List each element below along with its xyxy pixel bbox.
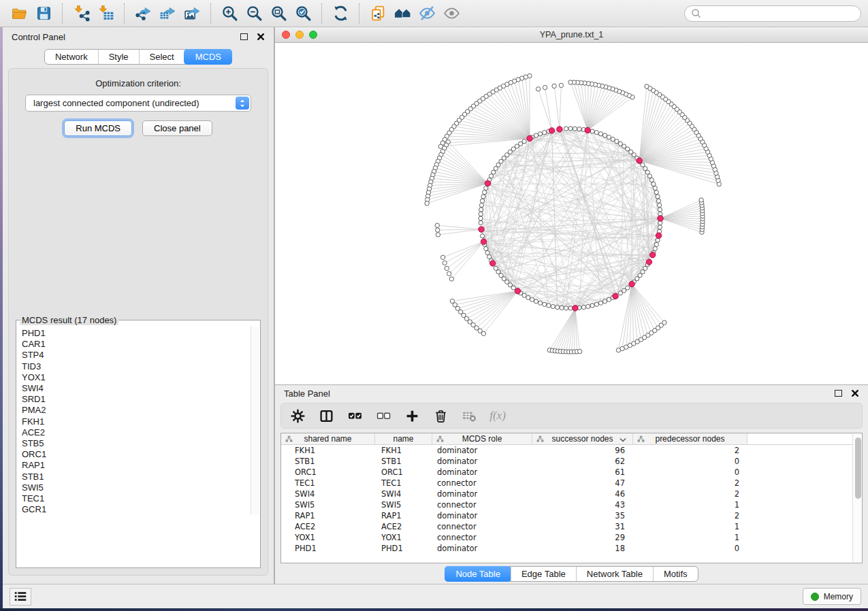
run-mcds-button[interactable]: Run MCDS <box>64 120 132 136</box>
mcds-result-item[interactable]: TID3 <box>22 361 250 372</box>
table-row[interactable]: ACE2ACE2connector311 <box>281 521 862 532</box>
export-table-icon <box>159 5 176 22</box>
tab-style[interactable]: Style <box>98 50 139 64</box>
zoom-fit-button[interactable] <box>266 3 291 24</box>
hide-selected-button[interactable] <box>415 3 439 24</box>
column-header-MCDS-role[interactable]: MCDS role <box>432 433 532 444</box>
tab-mcds[interactable]: MCDS <box>184 49 232 65</box>
zoom-out-button[interactable] <box>242 3 266 24</box>
deselect-all-button[interactable] <box>375 408 391 423</box>
export-image-button[interactable] <box>180 3 204 24</box>
show-all-button[interactable] <box>439 3 464 24</box>
table-cell: SWI5 <box>281 500 375 510</box>
table-scrollbar-thumb[interactable] <box>855 437 861 499</box>
deselect-all-icon <box>376 409 391 423</box>
export-network-button[interactable] <box>131 3 155 24</box>
mcds-result-item[interactable]: ORC1 <box>22 449 250 460</box>
table-row[interactable]: PHD1PHD1dominator180 <box>281 543 862 554</box>
close-table-panel-icon[interactable] <box>851 389 859 397</box>
table-row[interactable]: STB1STB1dominator620 <box>281 456 862 467</box>
zoom-selected-icon <box>295 5 312 22</box>
status-bar: Memory <box>3 584 868 608</box>
first-neighbors-button[interactable] <box>390 3 415 24</box>
table-tab-node-table[interactable]: Node Table <box>445 566 511 582</box>
search-input[interactable] <box>705 9 854 18</box>
zoom-in-button[interactable] <box>217 3 242 24</box>
table-row[interactable]: SWI5SWI5connector431 <box>281 499 862 510</box>
table-row[interactable]: ORC1ORC1dominator610 <box>281 467 862 478</box>
mcds-result-item[interactable]: ACE2 <box>22 427 250 438</box>
split-view-button[interactable] <box>318 408 334 423</box>
show-panels-button[interactable] <box>10 588 31 606</box>
float-table-panel-icon[interactable] <box>835 390 842 397</box>
mcds-list-scrollbar[interactable] <box>251 327 259 514</box>
refresh-network-button[interactable] <box>328 3 353 24</box>
mcds-result-item[interactable]: CAR1 <box>22 339 250 350</box>
column-header-predecessor-nodes[interactable]: predecessor nodes <box>633 433 748 444</box>
table-tab-motifs[interactable]: Motifs <box>653 567 698 581</box>
mcds-result-item[interactable]: STB1 <box>22 472 250 482</box>
mcds-result-item[interactable]: SWI5 <box>22 482 250 493</box>
tab-select[interactable]: Select <box>139 50 184 64</box>
open-file-button[interactable] <box>7 3 31 24</box>
table-row[interactable]: FKH1FKH1dominator962 <box>281 445 862 456</box>
table-scrollbar[interactable] <box>852 434 862 562</box>
desktop-wallpaper-bottom <box>0 608 868 611</box>
table-row[interactable]: TEC1TEC1connector472 <box>281 478 862 489</box>
gear-button[interactable] <box>289 408 306 423</box>
mcds-result-item[interactable]: FKH1 <box>22 416 250 427</box>
table-row[interactable]: RAP1RAP1dominator352 <box>281 510 862 521</box>
mcds-panel: Optimization criterion: largest connecte… <box>8 68 268 576</box>
mcds-result-item[interactable]: YOX1 <box>22 372 250 383</box>
import-network-button[interactable] <box>69 3 93 24</box>
mcds-result-item[interactable]: PHD1 <box>22 328 250 339</box>
save-session-button[interactable] <box>31 3 56 24</box>
memory-button[interactable]: Memory <box>803 588 861 605</box>
close-panel-icon[interactable] <box>257 33 265 41</box>
table-cell: connector <box>432 478 532 488</box>
mcds-result-item[interactable]: PMA2 <box>22 405 250 416</box>
zoom-in-icon <box>221 5 238 22</box>
table-row[interactable]: SWI4SWI4dominator462 <box>281 489 862 499</box>
export-table-button[interactable] <box>155 3 180 24</box>
close-panel-button[interactable]: Close panel <box>142 120 212 136</box>
mcds-result-item[interactable]: STP4 <box>22 350 250 361</box>
mcds-result-item[interactable]: RAP1 <box>22 460 250 471</box>
column-header-shared-name[interactable]: shared name <box>281 433 375 444</box>
tab-network[interactable]: Network <box>45 50 98 64</box>
column-header-name[interactable]: name <box>375 433 432 444</box>
mcds-result-item[interactable]: STB5 <box>22 438 250 449</box>
maximize-window-icon[interactable] <box>309 31 317 39</box>
network-window-titlebar[interactable]: YPA_prune.txt_1 <box>275 27 868 43</box>
add-column-button[interactable] <box>404 408 420 423</box>
table-row[interactable]: YOX1YOX1connector291 <box>281 532 862 543</box>
table-tab-network-table[interactable]: Network Table <box>576 567 653 581</box>
zoom-fit-icon <box>270 5 287 22</box>
first-neighbors-icon <box>394 5 411 22</box>
delete-selected-button[interactable] <box>432 408 449 423</box>
table-cell: FKH1 <box>281 446 375 455</box>
main-area: Control Panel NetworkStyleSelectMCDS Opt… <box>3 27 868 608</box>
tree-column-icon <box>637 435 645 443</box>
select-all-button[interactable] <box>347 408 363 423</box>
mcds-result-item[interactable]: SRD1 <box>22 394 250 405</box>
table-cell: SWI4 <box>375 489 432 499</box>
search-box[interactable] <box>684 5 861 22</box>
optimization-select[interactable]: largest connected component (undirected) <box>25 95 251 112</box>
mcds-result-item[interactable]: GCR1 <box>22 504 250 515</box>
mcds-result-item[interactable]: SWI4 <box>22 383 250 394</box>
network-canvas[interactable] <box>275 43 868 384</box>
mcds-result-item[interactable]: TEC1 <box>22 493 250 504</box>
table-cell: RAP1 <box>375 511 432 521</box>
mcds-result-list[interactable]: PHD1CAR1STP4TID3YOX1SWI4SRD1PMA2FKH1ACE2… <box>17 326 259 515</box>
table-tab-edge-table[interactable]: Edge Table <box>511 567 576 581</box>
import-table-button[interactable] <box>93 3 118 24</box>
close-window-icon[interactable] <box>282 31 290 39</box>
minimize-window-icon[interactable] <box>295 31 304 39</box>
duplicate-network-button[interactable] <box>366 3 390 24</box>
float-panel-icon[interactable] <box>240 33 248 40</box>
select-all-icon <box>348 409 362 423</box>
zoom-selected-button[interactable] <box>291 3 315 24</box>
column-header-successor-nodes[interactable]: successor nodes <box>532 433 633 444</box>
table-cell: FKH1 <box>375 446 432 455</box>
